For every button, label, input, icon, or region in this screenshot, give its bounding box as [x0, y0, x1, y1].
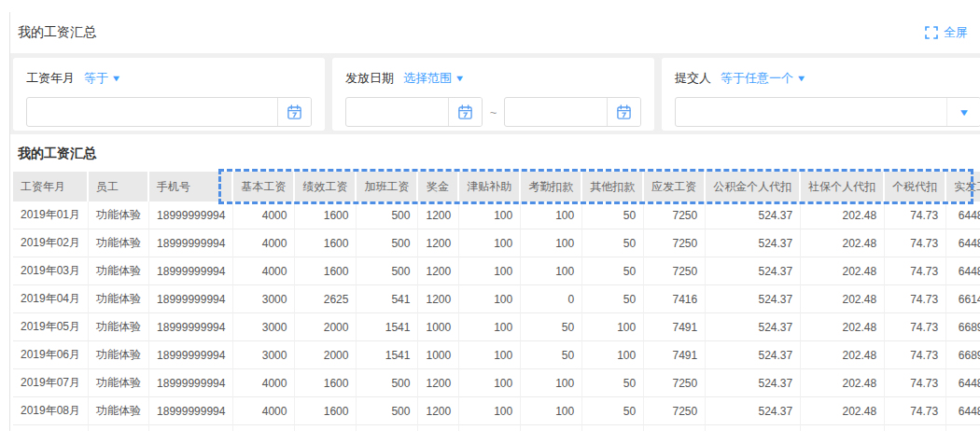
cell — [885, 425, 946, 431]
cell: 74.73 — [885, 313, 946, 341]
cell: 7416 — [644, 285, 706, 313]
cell: 4000 — [233, 369, 295, 397]
select-arrow-button[interactable]: ▼ — [946, 98, 980, 126]
column-header[interactable]: 加班工资 — [357, 172, 418, 201]
column-header[interactable]: 实发工资 — [946, 172, 980, 201]
cell — [233, 425, 295, 431]
cell: 2019年02月 — [13, 229, 89, 257]
cell — [295, 425, 357, 431]
table-row[interactable]: 2019年03月功能体验1899999999440001600500120010… — [13, 257, 980, 285]
cell: 100 — [459, 369, 521, 397]
cell: 1200 — [418, 397, 459, 425]
table-row[interactable]: 2019年07月功能体验1899999999440001600500120010… — [13, 369, 980, 397]
column-header[interactable]: 应发工资 — [644, 172, 706, 201]
cell: 74.73 — [885, 397, 946, 425]
cell: 18999999994 — [149, 369, 233, 397]
cell: 100 — [459, 341, 521, 369]
cell: 4000 — [233, 201, 295, 229]
cell: 1600 — [295, 257, 357, 285]
cell: 1600 — [295, 397, 357, 425]
cell: 74.73 — [885, 285, 946, 313]
cell: 1000 — [418, 341, 459, 369]
cell: 100 — [459, 285, 521, 313]
table-title: 我的工资汇总 — [10, 134, 980, 172]
cell: 7250 — [644, 201, 706, 229]
cell: 50 — [521, 313, 582, 341]
filter-card-submitter: 提交人 等于任意一个 ▼ ▼ — [662, 58, 980, 131]
table-row[interactable]: 2019年02月功能体验1899999999440001600500120010… — [13, 229, 980, 257]
calendar-icon — [457, 104, 473, 120]
filter-card-salary-month: 工资年月 等于 ▼ — [13, 58, 325, 131]
cell: 2019年01月 — [13, 201, 89, 229]
column-header[interactable]: 其他扣款 — [582, 172, 644, 201]
operator-dropdown-submitter[interactable]: 等于任意一个 ▼ — [721, 70, 805, 87]
column-header[interactable]: 津贴补助 — [459, 172, 521, 201]
fullscreen-button[interactable]: 全屏 — [925, 24, 968, 41]
cell: 0 — [521, 285, 582, 313]
column-header[interactable]: 手机号 — [149, 172, 233, 201]
cell: 50 — [521, 341, 582, 369]
calendar-button[interactable] — [448, 98, 482, 126]
cell: 524.37 — [706, 201, 801, 229]
chevron-down-icon: ▼ — [455, 74, 466, 83]
table-row-partial[interactable] — [13, 425, 980, 431]
table-row[interactable]: 2019年01月功能体验1899999999440001600500120010… — [13, 201, 980, 229]
calendar-button[interactable] — [277, 98, 311, 126]
column-header[interactable]: 员工 — [89, 172, 149, 201]
cell: 100 — [521, 397, 582, 425]
cell: 2019年07月 — [13, 369, 89, 397]
cell: 202.48 — [801, 285, 885, 313]
column-header[interactable]: 奖金 — [418, 172, 459, 201]
cell: 50 — [582, 285, 644, 313]
cell: 6448.42 — [946, 369, 980, 397]
calendar-button[interactable] — [607, 98, 640, 126]
cell — [89, 425, 149, 431]
column-header[interactable]: 公积金个人代扣 — [706, 172, 801, 201]
chevron-down-icon: ▼ — [111, 74, 122, 83]
cell: 1541 — [357, 341, 418, 369]
table-row[interactable]: 2019年04月功能体验1899999999430002625541120010… — [13, 285, 980, 313]
filter-label-salary-month: 工资年月 — [26, 70, 75, 87]
cell: 100 — [459, 201, 521, 229]
column-header[interactable]: 社保个人代扣 — [801, 172, 885, 201]
submitter-select[interactable]: ▼ — [675, 97, 980, 127]
column-header[interactable]: 工资年月 — [13, 172, 89, 201]
column-header[interactable]: 个税代扣 — [885, 172, 946, 201]
cell: 100 — [582, 313, 644, 341]
cell: 500 — [357, 201, 418, 229]
salary-summary-panel: 我的工资汇总 全屏 工资年月 等于 ▼ — [9, 12, 980, 431]
cell: 6614.42 — [946, 285, 980, 313]
cell: 100 — [521, 369, 582, 397]
cell: 功能体验 — [89, 369, 149, 397]
cell: 3000 — [233, 341, 295, 369]
pay-date-end-input[interactable] — [505, 98, 607, 126]
salary-month-input[interactable] — [27, 98, 277, 126]
cell: 100 — [521, 257, 582, 285]
cell: 202.48 — [801, 257, 885, 285]
cell: 74.73 — [885, 257, 946, 285]
cell: 500 — [357, 229, 418, 257]
range-separator: ~ — [490, 105, 497, 119]
column-header[interactable]: 绩效工资 — [295, 172, 357, 201]
operator-dropdown-salary-month[interactable]: 等于 ▼ — [84, 70, 120, 87]
cell: 18999999994 — [149, 285, 233, 313]
table-row[interactable]: 2019年06月功能体验1899999999430002000154110001… — [13, 341, 980, 369]
cell — [459, 425, 521, 431]
table-header-row: 工资年月员工手机号基本工资绩效工资加班工资奖金津贴补助考勤扣款其他扣款应发工资公… — [13, 172, 980, 201]
cell: 2019年08月 — [13, 397, 89, 425]
column-header[interactable]: 基本工资 — [233, 172, 295, 201]
operator-dropdown-pay-date[interactable]: 选择范围 ▼ — [403, 70, 464, 87]
cell — [357, 425, 418, 431]
chevron-down-icon: ▼ — [796, 74, 807, 83]
table-wrap: 工资年月员工手机号基本工资绩效工资加班工资奖金津贴补助考勤扣款其他扣款应发工资公… — [13, 172, 980, 431]
pay-date-start-input[interactable] — [346, 98, 448, 126]
cell: 18999999994 — [149, 341, 233, 369]
table-row[interactable]: 2019年08月功能体验1899999999440001600500120010… — [13, 397, 980, 425]
operator-label: 等于任意一个 — [721, 70, 793, 87]
cell: 500 — [357, 257, 418, 285]
submitter-select-input[interactable] — [676, 98, 946, 126]
table-row[interactable]: 2019年05月功能体验1899999999430002000154110001… — [13, 313, 980, 341]
column-header[interactable]: 考勤扣款 — [521, 172, 582, 201]
cell: 524.37 — [706, 397, 801, 425]
cell: 3000 — [233, 285, 295, 313]
